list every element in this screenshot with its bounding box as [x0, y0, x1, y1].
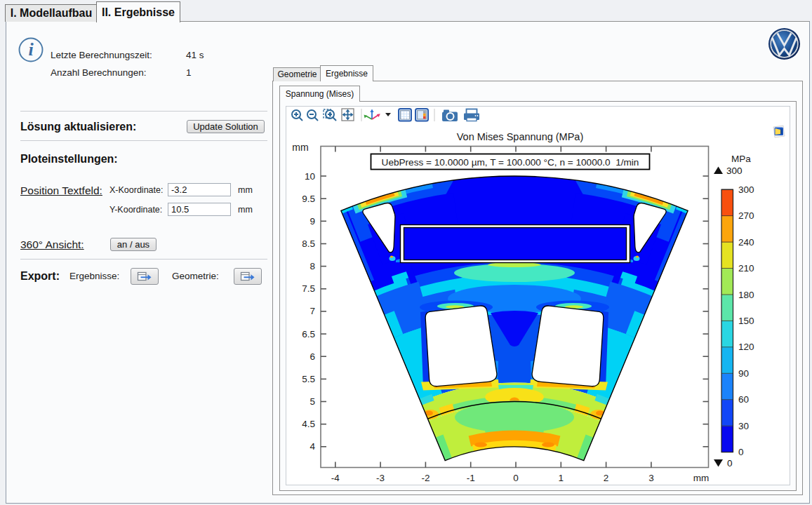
svg-text:i: i	[28, 39, 34, 60]
